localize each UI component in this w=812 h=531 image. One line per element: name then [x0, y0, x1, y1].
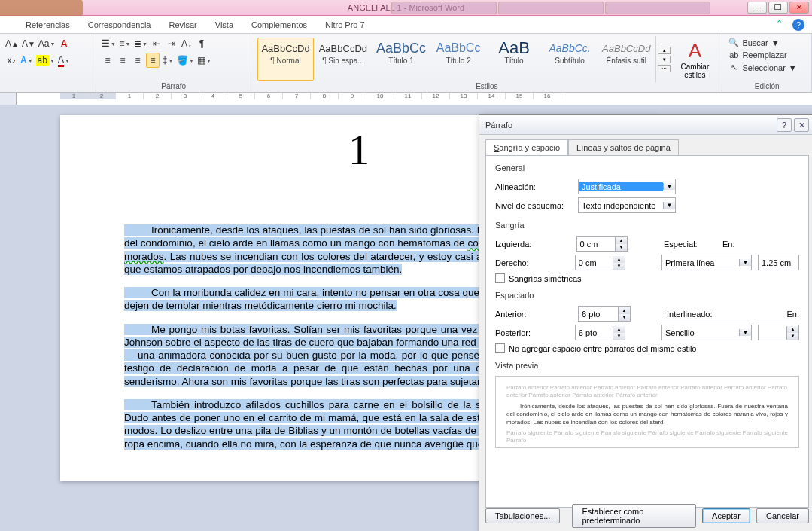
find-button[interactable]: 🔍Buscar ▼	[727, 36, 807, 49]
styles-up-button[interactable]: ▴	[658, 47, 671, 54]
styles-group-label: Estilos	[256, 82, 717, 91]
dialog-buttons: Tabulaciones... Establecer como predeter…	[485, 504, 809, 528]
borders-button[interactable]: ▦▼	[196, 53, 212, 68]
close-button[interactable]: ✕	[789, 2, 809, 14]
cursor-icon: ↖	[728, 63, 739, 72]
anterior-spinner[interactable]: 6 pto▲▼	[578, 306, 631, 322]
grow-font-button[interactable]: A▲	[5, 36, 20, 51]
replace-icon: ab	[728, 50, 739, 60]
tab-complementos[interactable]: Complementos	[242, 16, 316, 34]
align-right-button[interactable]: ≡	[131, 53, 144, 68]
predeterminado-button[interactable]: Establecer como predeterminado	[572, 504, 696, 528]
en-sangria-spinner[interactable]: 1.25 cm	[758, 255, 799, 270]
tab-sangria[interactable]: Sangría y espacio	[485, 139, 568, 155]
tab-lineas[interactable]: Líneas y saltos de página	[568, 139, 679, 155]
tab-vista[interactable]: Vista	[206, 16, 242, 34]
chevron-down-icon[interactable]: ▼	[663, 202, 675, 209]
change-styles-button[interactable]: A Cambiar estilos	[672, 36, 717, 82]
numbering-button[interactable]: ≡▼	[118, 36, 132, 51]
interlineado-combo[interactable]: Sencillo▼	[661, 325, 752, 340]
styles-down-button[interactable]: ▾	[658, 56, 671, 63]
simetricas-check-row[interactable]: Sangrías simétricas	[495, 273, 799, 283]
edit-group-label: Edición	[727, 82, 807, 91]
cancelar-button[interactable]: Cancelar	[756, 508, 809, 523]
dialog-close-button[interactable]: ✕	[794, 118, 809, 132]
especial-combo[interactable]: Primera línea▼	[661, 255, 752, 270]
select-button[interactable]: ↖Seleccionar ▼	[727, 61, 807, 74]
styles-scrollbar: ▴ ▾ ⋯	[655, 36, 672, 82]
dialog-title: Párrafo	[485, 121, 512, 130]
ribbon-styles-group: AaBbCcDd¶ NormalAaBbCcDd¶ Sin espa...AaB…	[251, 34, 722, 92]
clear-format-button[interactable]: A̶	[57, 36, 71, 51]
styles-gallery: AaBbCcDd¶ NormalAaBbCcDd¶ Sin espa...AaB…	[256, 36, 655, 82]
sort-button[interactable]: A↓	[180, 36, 193, 51]
shading-button[interactable]: 🪣▼	[176, 53, 195, 68]
en-inter-spinner[interactable]: ▲▼	[758, 325, 799, 340]
bullets-button[interactable]: ☰▼	[101, 36, 117, 51]
style-item[interactable]: AaBbCcDd¶ Sin espa...	[315, 38, 371, 81]
style-item[interactable]: AaBbCcDdÉnfasis sutil	[598, 38, 654, 81]
show-marks-button[interactable]: ¶	[195, 36, 208, 51]
overlay-tab[interactable]	[391, 2, 497, 14]
highlight-button[interactable]: ab▼	[35, 53, 56, 68]
posterior-spinner[interactable]: 6 pto▲▼	[575, 325, 625, 340]
align-justify-button[interactable]: ≡	[146, 53, 160, 68]
chevron-down-icon[interactable]: ▼	[739, 329, 751, 336]
style-item[interactable]: AaBbCc.Subtítulo	[543, 38, 597, 81]
minimize-button[interactable]: —	[747, 2, 767, 14]
font-color-button[interactable]: A▼	[57, 53, 71, 68]
ribbon-edit-group: 🔍Buscar ▼ abReemplazar ↖Seleccionar ▼ Ed…	[722, 34, 812, 92]
alineacion-combo[interactable]: Justificada▼	[578, 179, 676, 194]
replace-button[interactable]: abReemplazar	[727, 49, 807, 61]
chevron-down-icon[interactable]: ▼	[663, 183, 675, 190]
style-item[interactable]: AaBbCcTítulo 2	[431, 38, 485, 81]
nivel-combo[interactable]: Texto independiente▼	[578, 197, 676, 213]
tabulaciones-button[interactable]: Tabulaciones...	[485, 508, 560, 523]
section-espaciado: Espaciado Anterior: 6 pto▲▼ Interlineado…	[495, 291, 799, 353]
help-icon[interactable]: ?	[792, 19, 804, 31]
tab-correspondencia[interactable]: Correspondencia	[79, 16, 160, 34]
subscript-button[interactable]: x₂	[5, 53, 18, 68]
increase-indent-button[interactable]: ⇥	[165, 36, 178, 51]
dialog-titlebar[interactable]: Párrafo ? ✕	[479, 115, 812, 135]
chevron-down-icon[interactable]: ▼	[739, 259, 751, 266]
ribbon-toggle-icon[interactable]: ⌃	[776, 19, 788, 31]
maximize-button[interactable]: 🗖	[768, 2, 788, 14]
derecho-spinner[interactable]: 0 cm▲▼	[575, 255, 625, 270]
shrink-font-button[interactable]: A▼	[21, 36, 36, 51]
ribbon-tabs: Referencias Correspondencia Revisar Vist…	[0, 16, 812, 34]
multilevel-button[interactable]: ≣▼	[133, 36, 148, 51]
overlay-tab[interactable]	[498, 2, 604, 14]
interlineado-label: Interlineado:	[667, 310, 719, 319]
preview-before: Párrafo anterior Párrafo anterior Párraf…	[506, 384, 788, 400]
tab-referencias[interactable]: Referencias	[17, 16, 79, 34]
no-agregar-check-row[interactable]: No agregar espacio entre párrafos del mi…	[495, 343, 799, 353]
align-left-button[interactable]: ≡	[101, 53, 114, 68]
horizontal-ruler[interactable]: 1212345678910111213141516	[17, 93, 812, 105]
dialog-help-button[interactable]: ?	[777, 118, 792, 132]
checkbox-icon[interactable]	[495, 273, 505, 283]
tab-nitro[interactable]: Nitro Pro 7	[316, 16, 374, 34]
style-item[interactable]: AaBbCcDd¶ Normal	[257, 38, 313, 81]
help-area: ⌃ ?	[776, 19, 804, 31]
tab-revisar[interactable]: Revisar	[160, 16, 205, 34]
aceptar-button[interactable]: Aceptar	[702, 508, 750, 523]
align-center-button[interactable]: ≡	[116, 53, 129, 68]
posterior-label: Posterior:	[495, 328, 569, 337]
decrease-indent-button[interactable]: ⇤	[150, 36, 163, 51]
overlay-tab[interactable]	[605, 2, 710, 14]
especial-label: Especial:	[664, 240, 716, 249]
styles-more-button[interactable]: ⋯	[658, 65, 671, 72]
text-effects-button[interactable]: A▼	[20, 53, 34, 68]
style-item[interactable]: AaBTítulo	[487, 38, 541, 81]
section-espaciado-label: Espaciado	[495, 291, 799, 300]
izquierda-label: Izquierda:	[495, 240, 570, 249]
izquierda-spinner[interactable]: 0 cm▲▼	[576, 236, 628, 252]
preview-box: Párrafo anterior Párrafo anterior Párraf…	[495, 376, 799, 448]
title-accent	[0, 0, 83, 16]
checkbox-icon[interactable]	[495, 343, 505, 353]
change-case-button[interactable]: Aa▼	[38, 36, 56, 51]
line-spacing-button[interactable]: ‡▼	[161, 53, 175, 68]
style-item[interactable]: AaBbCcTítulo 1	[373, 38, 430, 81]
ribbon: A▲ A▼ Aa▼ A̶ x₂ A▼ ab▼ A▼ ☰▼ ≡▼ ≣▼ ⇤ ⇥ A…	[0, 34, 812, 93]
